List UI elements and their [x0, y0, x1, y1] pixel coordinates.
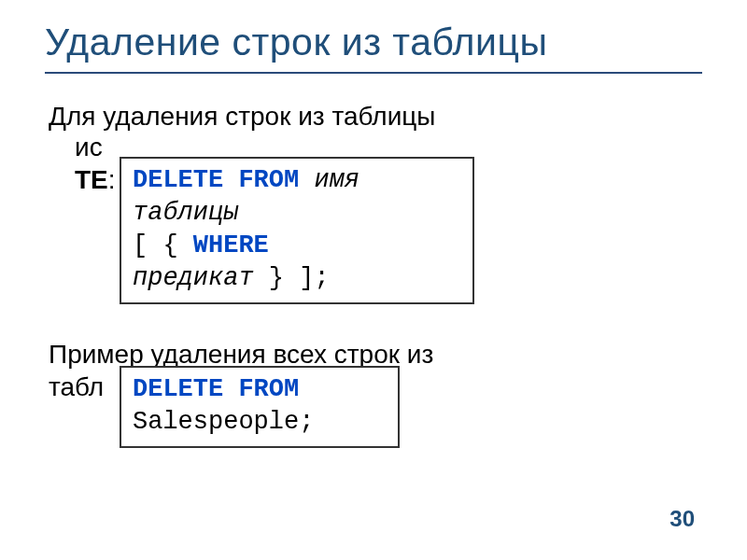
code1-kw-where: WHERE: [193, 231, 269, 259]
code1-lbracket: [ {: [133, 231, 178, 259]
codebox-example: DELETE FROM Salespeople;: [120, 366, 400, 448]
para1-colon: :: [108, 165, 116, 194]
page-number: 30: [669, 506, 695, 532]
code1-id-tablename2: таблицы: [133, 199, 238, 227]
slide-title: Удаление строк из таблицы: [45, 21, 702, 64]
para1-suffix-bold: ТЕ: [75, 165, 108, 194]
code1-id-predicate: предикат: [133, 264, 254, 292]
code2-kw-delete-from: DELETE FROM: [133, 375, 299, 403]
code1-kw-delete-from: DELETE FROM: [133, 166, 299, 194]
para1-line1: Для удаления строк из таблицы: [49, 102, 435, 131]
code2-table-name: Salespeople;: [133, 408, 314, 436]
para2-line2-start: табл: [49, 372, 104, 401]
para2-line1: Пример удаления всех строк из: [49, 340, 433, 369]
code1-rbracket: } ];: [269, 264, 330, 292]
codebox-syntax: DELETE FROM имя таблицы [ { WHERE предик…: [120, 157, 474, 304]
title-divider: [45, 72, 702, 74]
code1-id-tablename1: имя: [314, 166, 359, 194]
slide-container: Удаление строк из таблицы Для удаления с…: [0, 0, 747, 560]
para1-line2-start: ис: [75, 133, 103, 161]
